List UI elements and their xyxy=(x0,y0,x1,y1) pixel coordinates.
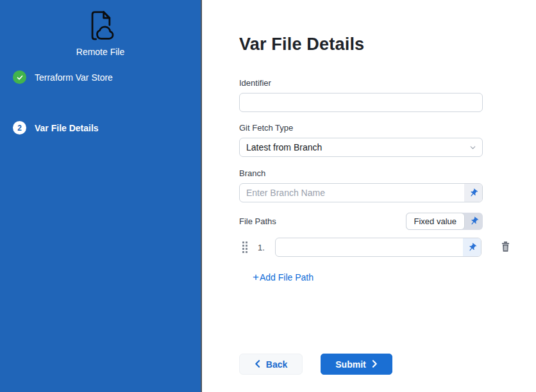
delete-row-button[interactable] xyxy=(500,241,511,254)
page-title: Var File Details xyxy=(239,35,517,54)
identifier-input[interactable] xyxy=(240,94,482,111)
file-path-input[interactable] xyxy=(276,238,463,256)
identifier-label: Identifier xyxy=(239,78,517,88)
plus-icon: + xyxy=(253,272,259,282)
step-terraform-var-store[interactable]: Terraform Var Store xyxy=(0,70,201,84)
branch-label: Branch xyxy=(239,168,517,178)
git-fetch-type-select[interactable]: Latest from Branch xyxy=(239,138,483,157)
row-index: 1. xyxy=(258,243,268,252)
file-cloud-icon xyxy=(85,9,116,45)
step-label: Terraform Var Store xyxy=(35,72,113,83)
add-file-path-button[interactable]: + Add File Path xyxy=(253,272,314,282)
var-file-details-dialog: Remote File Terraform Var Store 2 Var Fi… xyxy=(0,0,536,392)
submit-button[interactable]: Submit xyxy=(321,354,392,375)
input-type-value: Fixed value xyxy=(406,213,465,230)
chevron-left-icon xyxy=(255,359,260,370)
branch-input[interactable] xyxy=(240,184,464,202)
submit-button-label: Submit xyxy=(335,359,365,370)
step-var-file-details[interactable]: 2 Var File Details xyxy=(0,121,201,135)
pin-icon[interactable] xyxy=(463,238,481,256)
file-path-field-wrap xyxy=(275,238,482,257)
file-paths-label: File Paths xyxy=(239,216,276,226)
identifier-field-wrap xyxy=(239,93,483,112)
form-panel: Var File Details Identifier Git Fetch Ty… xyxy=(239,0,517,283)
wizard-steps: Terraform Var Store 2 Var File Details xyxy=(0,70,201,135)
step-number-badge: 2 xyxy=(13,121,26,135)
chevron-right-icon xyxy=(372,359,378,370)
git-fetch-type-label: Git Fetch Type xyxy=(239,123,517,133)
drag-handle-icon[interactable] xyxy=(242,241,247,253)
store-category-label: Remote File xyxy=(0,47,201,57)
wizard-sidebar: Remote File Terraform Var Store 2 Var Fi… xyxy=(0,0,202,392)
branch-field-wrap xyxy=(239,183,483,202)
file-paths-header: File Paths Fixed value xyxy=(239,213,483,230)
check-icon xyxy=(13,70,26,84)
add-file-path-label: Add File Path xyxy=(260,272,314,282)
step-label: Var File Details xyxy=(35,123,99,133)
back-button-label: Back xyxy=(266,359,287,370)
chevron-down-icon xyxy=(463,143,482,152)
wizard-actions: Back Submit xyxy=(239,354,392,375)
pin-icon[interactable] xyxy=(465,213,483,230)
input-type-selector[interactable]: Fixed value xyxy=(406,213,483,230)
git-fetch-type-value: Latest from Branch xyxy=(240,142,463,152)
pin-icon[interactable] xyxy=(464,184,482,202)
trash-icon xyxy=(500,241,511,254)
back-button[interactable]: Back xyxy=(239,354,303,375)
store-category: Remote File xyxy=(0,9,201,57)
file-path-row: 1. xyxy=(239,238,517,257)
